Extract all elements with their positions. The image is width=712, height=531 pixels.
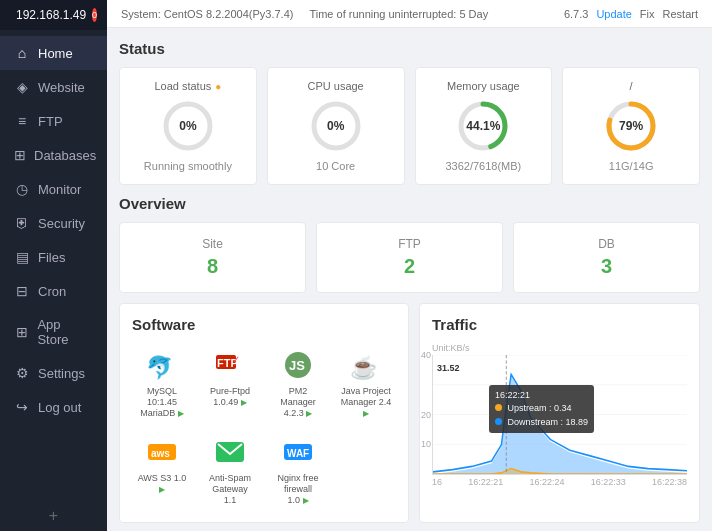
software-ftpd[interactable]: FTP ✓ Pure-Ftpd 1.0.49 ▶ [200,343,260,422]
monitor-icon: ◷ [14,181,30,197]
sidebar-item-website[interactable]: ◈ Website [0,70,107,104]
load-sub: Running smoothly [144,160,232,172]
y-label-10: 10 [421,439,431,449]
antispam-label: Anti-Spam Gateway1.1 [204,473,256,505]
home-icon: ⌂ [14,45,30,61]
sidebar-item-label: Files [38,250,65,265]
status-card-memory: Memory usage 44.1% 3362/7618(MB) [415,67,553,185]
aws-label: AWS S3 1.0 ▶ [136,473,188,495]
x-label-3: 16:22:33 [591,477,626,487]
software-waf[interactable]: WAF Nginx free firewall1.0 ▶ [268,430,328,509]
sidebar-item-label: Cron [38,284,66,299]
fix-button[interactable]: Fix [640,8,655,20]
overview-section: Overview Site 8 FTP 2 DB 3 [119,195,700,293]
sidebar-nav: ⌂ Home ◈ Website ≡ FTP ⊞ Databases ◷ Mon… [0,30,107,501]
mysql-icon: 🐬 [144,347,180,383]
site-value: 8 [207,255,218,278]
sidebar-item-label: Monitor [38,182,81,197]
software-mysql[interactable]: 🐬 MySQL 10:1.45MariaDB ▶ [132,343,192,422]
overview-title: Overview [119,195,700,212]
version-label: 6.7.3 [564,8,588,20]
sidebar-item-appstore[interactable]: ⊞ App Store [0,308,107,356]
overview-card-ftp[interactable]: FTP 2 [316,222,503,293]
aws-icon: aws [144,434,180,470]
traffic-svg [433,355,687,474]
main-area: System: CentOS 8.2.2004(Py3.7.4) Time of… [107,0,712,531]
status-card-disk: / 79% 11G/14G [562,67,700,185]
db-label: DB [598,237,615,251]
svg-text:🐬: 🐬 [146,354,174,381]
sidebar-item-label: FTP [38,114,63,129]
cpu-value: 0% [327,119,344,133]
disk-donut: 79% [601,96,661,156]
status-cards: Load status ● 0% Running smoothly [119,67,700,185]
chart-x-labels: 16 16:22:21 16:22:24 16:22:33 16:22:38 [432,477,687,487]
cpu-label: CPU usage [307,80,363,92]
uptime-info: Time of running uninterrupted: 5 Day [309,8,488,20]
chart-area: 31.52 40 20 10 [432,355,687,475]
sidebar-item-logout[interactable]: ↪ Log out [0,390,107,424]
memory-sub: 3362/7618(MB) [445,160,521,172]
antispam-icon [212,434,248,470]
software-java[interactable]: ☕ Java ProjectManager 2.4 ▶ [336,343,396,422]
ftp-value: 2 [404,255,415,278]
svg-text:☕: ☕ [350,354,378,381]
ftp-icon: ≡ [14,113,30,129]
x-label-4: 16:22:38 [652,477,687,487]
content: Status Load status ● 0% Runni [107,28,712,531]
system-info: System: CentOS 8.2.2004(Py3.7.4) [121,8,293,20]
overview-card-db[interactable]: DB 3 [513,222,700,293]
sidebar-item-label: Settings [38,366,85,381]
cron-icon: ⊟ [14,283,30,299]
restart-button[interactable]: Restart [663,8,698,20]
sidebar-item-ftp[interactable]: ≡ FTP [0,104,107,138]
java-icon: ☕ [348,347,384,383]
ftpd-icon: FTP ✓ [212,347,248,383]
add-button[interactable]: + [0,501,107,531]
x-label-1: 16:22:21 [468,477,503,487]
traffic-title: Traffic [432,316,687,333]
sidebar-header: 192.168.1.49 0 [0,0,107,30]
server-ip: 192.168.1.49 [16,8,86,22]
sidebar-item-home[interactable]: ⌂ Home [0,36,107,70]
status-section: Status Load status ● 0% Runni [119,40,700,185]
overview-card-site[interactable]: Site 8 [119,222,306,293]
databases-icon: ⊞ [14,147,26,163]
sidebar-item-monitor[interactable]: ◷ Monitor [0,172,107,206]
site-label: Site [202,237,223,251]
ftp-label: FTP [398,237,421,251]
overview-cards: Site 8 FTP 2 DB 3 [119,222,700,293]
load-value: 0% [179,119,196,133]
bottom-row: Software 🐬 MySQL 10:1.45MariaDB ▶ [119,303,700,523]
software-title: Software [132,316,396,333]
x-label-0: 16 [432,477,442,487]
pm2-label: PM2 Manager 4.2.3 ▶ [272,386,324,418]
logout-icon: ↪ [14,399,30,415]
svg-text:aws: aws [151,448,170,459]
topbar: System: CentOS 8.2.2004(Py3.7.4) Time of… [107,0,712,28]
sidebar: 192.168.1.49 0 ⌂ Home ◈ Website ≡ FTP ⊞ … [0,0,107,531]
files-icon: ▤ [14,249,30,265]
status-card-cpu: CPU usage 0% 10 Core [267,67,405,185]
disk-label: / [630,80,633,92]
notification-badge: 0 [92,8,97,22]
load-donut: 0% [158,96,218,156]
software-antispam[interactable]: Anti-Spam Gateway1.1 [200,430,260,509]
software-aws[interactable]: aws AWS S3 1.0 ▶ [132,430,192,509]
sidebar-item-security[interactable]: ⛨ Security [0,206,107,240]
sidebar-item-label: Databases [34,148,96,163]
cpu-donut: 0% [306,96,366,156]
software-section: Software 🐬 MySQL 10:1.45MariaDB ▶ [119,303,409,523]
sidebar-item-settings[interactable]: ⚙ Settings [0,356,107,390]
sidebar-item-cron[interactable]: ⊟ Cron [0,274,107,308]
software-pm2[interactable]: JS PM2 Manager 4.2.3 ▶ [268,343,328,422]
traffic-section: Traffic Unit:KB/s 31.52 40 20 10 [419,303,700,523]
svg-text:JS: JS [289,358,305,373]
disk-sub: 11G/14G [609,160,654,172]
java-label: Java ProjectManager 2.4 ▶ [340,386,392,418]
update-button[interactable]: Update [596,8,631,20]
waf-label: Nginx free firewall1.0 ▶ [272,473,324,505]
sidebar-item-files[interactable]: ▤ Files [0,240,107,274]
sidebar-item-label: App Store [37,317,93,347]
sidebar-item-databases[interactable]: ⊞ Databases [0,138,107,172]
